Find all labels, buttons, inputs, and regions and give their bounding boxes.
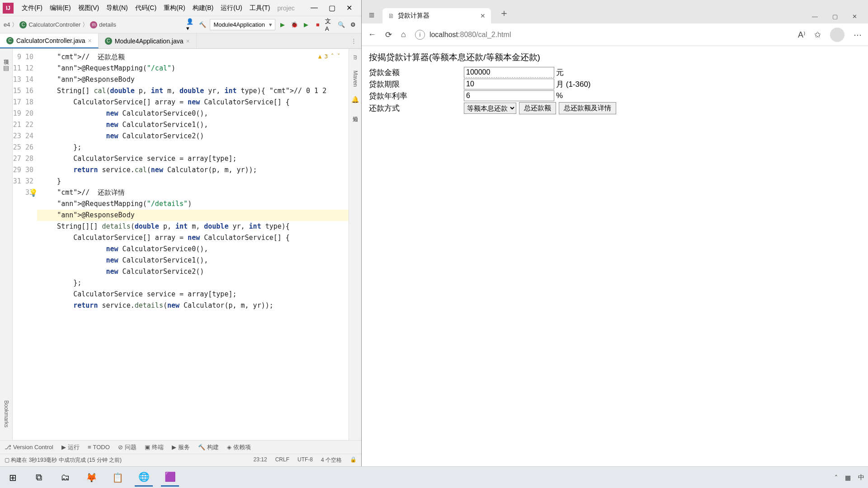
edge-icon[interactable]: 🌐 [135, 469, 153, 487]
hammer-icon[interactable]: 🔨 [198, 20, 207, 29]
stop-icon[interactable]: ■ [313, 20, 322, 29]
window-minimize-icon[interactable]: — [812, 13, 818, 20]
calc-detail-button[interactable]: 总还款额及详情 [559, 102, 616, 114]
run-icon[interactable]: ▶ [278, 20, 287, 29]
refresh-icon[interactable]: ⟳ [385, 30, 392, 40]
ide-menubar: IJ 文件(F) 编辑(E) 视图(V) 导航(N) 代码(C) 重构(R) 构… [0, 0, 361, 16]
tool-bookmarks[interactable]: Bookmarks [3, 399, 9, 429]
menu-tools[interactable]: 工具(T) [246, 2, 274, 14]
breadcrumb[interactable]: e4 〉 CCalculatorController 〉 mdetails [4, 21, 116, 29]
browser-window: ▥ 🗎 贷款计算器 ✕ ＋ — ▢ ✕ ← ⟳ ⌂ i localhost:80… [362, 0, 868, 466]
search-icon[interactable]: 🔍 [337, 20, 346, 29]
menu-code[interactable]: 代码(C) [132, 2, 160, 14]
unit-term: 月 (1-360) [556, 79, 591, 89]
calc-total-button[interactable]: 总还款额 [519, 102, 556, 114]
window-maximize-icon[interactable]: ▢ [832, 13, 838, 20]
tool-vc[interactable]: ⎇ Version Control [5, 444, 53, 450]
input-rate[interactable] [464, 90, 554, 101]
tab-close-icon[interactable]: ✕ [480, 12, 486, 19]
menu-build[interactable]: 构建(B) [189, 2, 217, 14]
tool-services[interactable]: ▶ 服务 [172, 443, 190, 451]
tool-maven-label[interactable]: Maven [352, 69, 359, 89]
tray-chevron-icon[interactable]: ˄ [835, 474, 838, 481]
tray-grid-icon[interactable]: ▦ [845, 474, 851, 481]
folder-icon[interactable]: ▤ [3, 64, 9, 71]
tool-project[interactable]: 项目 [2, 53, 10, 57]
task-view-icon[interactable]: ⧉ [30, 469, 48, 487]
profile-avatar[interactable] [830, 28, 844, 42]
ide-logo: IJ [3, 3, 14, 14]
window-maximize-icon[interactable]: ▢ [329, 4, 335, 12]
windows-taskbar: ⊞ ⧉ 🗂 🦊 📋 🌐 🟪 ˄ ▦ 中 [0, 466, 868, 488]
menu-file[interactable]: 文件(F) [18, 2, 46, 14]
tool-deps[interactable]: ◈ 依赖项 [227, 443, 251, 451]
browser-tab[interactable]: 🗎 贷款计算器 ✕ [382, 8, 491, 23]
site-info-icon[interactable]: i [415, 30, 425, 40]
menu-refac[interactable]: 重构(R) [160, 2, 189, 14]
tool-structure[interactable]: 结构 [2, 436, 10, 440]
menu-edit[interactable]: 编辑(E) [46, 2, 75, 14]
user-icon[interactable]: 👤▾ [186, 20, 195, 29]
label-rate: 贷款年利率 [369, 91, 464, 101]
input-amount[interactable] [464, 67, 554, 78]
settings-icon[interactable]: ⚙ [349, 20, 358, 29]
page-title: 按揭贷款计算器(等额本息还款/等额本金还款) [369, 52, 861, 63]
page-content: 按揭贷款计算器(等额本息还款/等额本金还款) 贷款金额 元 贷款期限 月 (1-… [362, 46, 868, 466]
start-button[interactable]: ⊞ [4, 469, 22, 487]
tool-run[interactable]: ▶ 运行 [61, 443, 80, 451]
tool-problems[interactable]: ⊘ 问题 [118, 443, 137, 451]
firefox-icon[interactable]: 🦊 [82, 469, 100, 487]
menu-view[interactable]: 视图(V) [75, 2, 103, 14]
label-method: 还款方式 [369, 103, 464, 113]
status-indent[interactable]: 4 个空格 [321, 456, 342, 464]
status-lineend[interactable]: CRLF [275, 456, 289, 464]
code-editor[interactable]: ▲3 ˆ ˇ "cmt">// 还款总额 "ann">@RequestMappi… [37, 49, 349, 440]
debug-icon[interactable]: 🐞 [290, 20, 299, 29]
ime-indicator[interactable]: 中 [858, 474, 864, 482]
input-term[interactable] [464, 79, 554, 89]
bell-icon[interactable]: 🔔 [351, 96, 359, 103]
menu-icon[interactable]: ⋯ [854, 30, 862, 40]
project-name: projec [274, 3, 298, 14]
home-icon[interactable]: ⌂ [401, 30, 406, 39]
unit-amount: 元 [556, 67, 564, 78]
tool-todo[interactable]: ≡ TODO [88, 444, 110, 450]
menu-run[interactable]: 运行(U) [217, 2, 245, 14]
tool-build[interactable]: 🔨 构建 [198, 443, 219, 451]
status-caret[interactable]: 23:12 [254, 456, 267, 464]
window-close-icon[interactable]: ✕ [346, 4, 352, 12]
editor-tab-active[interactable]: C CalculatorController.java × [0, 33, 99, 48]
address-bar[interactable]: i localhost:8080/cal_2.html [415, 30, 789, 40]
tool-maven[interactable]: m [352, 53, 359, 61]
new-tab-button[interactable]: ＋ [495, 5, 513, 22]
explorer-icon[interactable]: 🗂 [56, 469, 74, 487]
translate-icon[interactable]: 文A [325, 20, 334, 29]
window-close-icon[interactable]: ✕ [852, 13, 857, 20]
tab-close-icon[interactable]: × [186, 38, 189, 45]
run-config-select[interactable]: Module4Application [210, 19, 275, 30]
tool-terminal[interactable]: ▣ 终端 [145, 443, 164, 451]
unit-rate: % [556, 91, 563, 100]
menu-nav[interactable]: 导航(N) [103, 2, 131, 14]
status-encoding[interactable]: UTF-8 [297, 456, 313, 464]
page-icon: 🗎 [388, 12, 394, 19]
tab-close-icon[interactable]: × [88, 37, 92, 44]
tool-notifications[interactable]: 通知 [351, 110, 359, 114]
lock-icon[interactable]: 🔒 [350, 456, 357, 464]
intellij-icon[interactable]: 🟪 [161, 469, 179, 487]
label-amount: 贷款金额 [369, 67, 464, 78]
select-method[interactable]: 等额本息还款 [464, 103, 516, 114]
left-tool-strip: 项目 ▤ Bookmarks 结构 [0, 49, 13, 440]
browser-tabstrip: ▥ 🗎 贷款计算器 ✕ ＋ — ▢ ✕ [362, 0, 868, 23]
coverage-icon[interactable]: ▶ [302, 20, 311, 29]
window-minimize-icon[interactable]: — [311, 4, 318, 12]
tab-actions-icon[interactable]: ▥ [365, 8, 378, 21]
ide-tool-windows: ⎇ Version Control ▶ 运行 ≡ TODO ⊘ 问题 ▣ 终端 … [0, 440, 361, 454]
editor-tab[interactable]: C Module4Application.java × [99, 33, 197, 48]
back-icon[interactable]: ← [368, 30, 376, 39]
office-icon[interactable]: 📋 [108, 469, 127, 487]
favorite-icon[interactable]: ✩ [814, 30, 821, 40]
tab-options-icon[interactable]: ⋮ [346, 33, 361, 48]
read-aloud-icon[interactable]: A⁾ [798, 30, 805, 40]
browser-toolbar: ← ⟳ ⌂ i localhost:8080/cal_2.html A⁾ ✩ ⋯ [362, 23, 868, 46]
